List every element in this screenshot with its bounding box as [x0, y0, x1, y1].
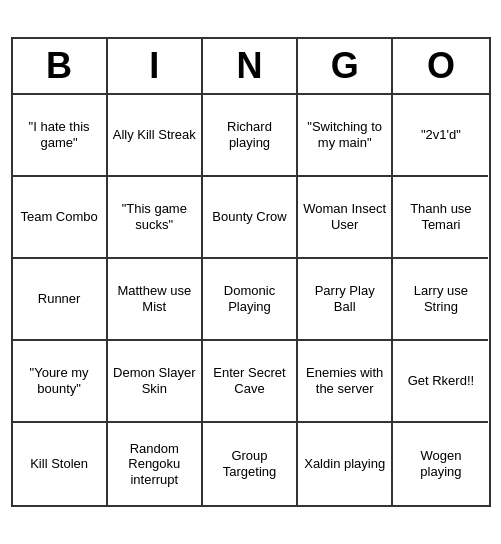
bingo-cell-15[interactable]: "Youre my bounty" [13, 341, 108, 423]
bingo-cell-14[interactable]: Larry use String [393, 259, 488, 341]
bingo-cell-2[interactable]: Richard playing [203, 95, 298, 177]
bingo-cell-23[interactable]: Xaldin playing [298, 423, 393, 505]
bingo-letter-n: N [203, 39, 298, 93]
bingo-card: BINGO "I hate this game"Ally Kill Streak… [11, 37, 491, 507]
bingo-grid: "I hate this game"Ally Kill StreakRichar… [13, 95, 489, 505]
bingo-cell-7[interactable]: Bounty Crow [203, 177, 298, 259]
bingo-cell-19[interactable]: Get Rkerd!! [393, 341, 488, 423]
bingo-cell-21[interactable]: Random Rengoku interrupt [108, 423, 203, 505]
bingo-letter-i: I [108, 39, 203, 93]
bingo-letter-b: B [13, 39, 108, 93]
bingo-cell-9[interactable]: Thanh use Temari [393, 177, 488, 259]
bingo-letter-g: G [298, 39, 393, 93]
bingo-cell-13[interactable]: Parry Play Ball [298, 259, 393, 341]
bingo-cell-20[interactable]: Kill Stolen [13, 423, 108, 505]
bingo-cell-10[interactable]: Runner [13, 259, 108, 341]
bingo-cell-22[interactable]: Group Targeting [203, 423, 298, 505]
bingo-cell-16[interactable]: Demon Slayer Skin [108, 341, 203, 423]
bingo-cell-3[interactable]: "Switching to my main" [298, 95, 393, 177]
bingo-letter-o: O [393, 39, 488, 93]
bingo-cell-1[interactable]: Ally Kill Streak [108, 95, 203, 177]
bingo-cell-17[interactable]: Enter Secret Cave [203, 341, 298, 423]
bingo-cell-0[interactable]: "I hate this game" [13, 95, 108, 177]
bingo-cell-4[interactable]: "2v1'd" [393, 95, 488, 177]
bingo-cell-5[interactable]: Team Combo [13, 177, 108, 259]
bingo-header: BINGO [13, 39, 489, 95]
bingo-cell-11[interactable]: Matthew use Mist [108, 259, 203, 341]
bingo-cell-12[interactable]: Domonic Playing [203, 259, 298, 341]
bingo-cell-6[interactable]: "This game sucks" [108, 177, 203, 259]
bingo-cell-18[interactable]: Enemies with the server [298, 341, 393, 423]
bingo-cell-8[interactable]: Woman Insect User [298, 177, 393, 259]
bingo-cell-24[interactable]: Wogen playing [393, 423, 488, 505]
